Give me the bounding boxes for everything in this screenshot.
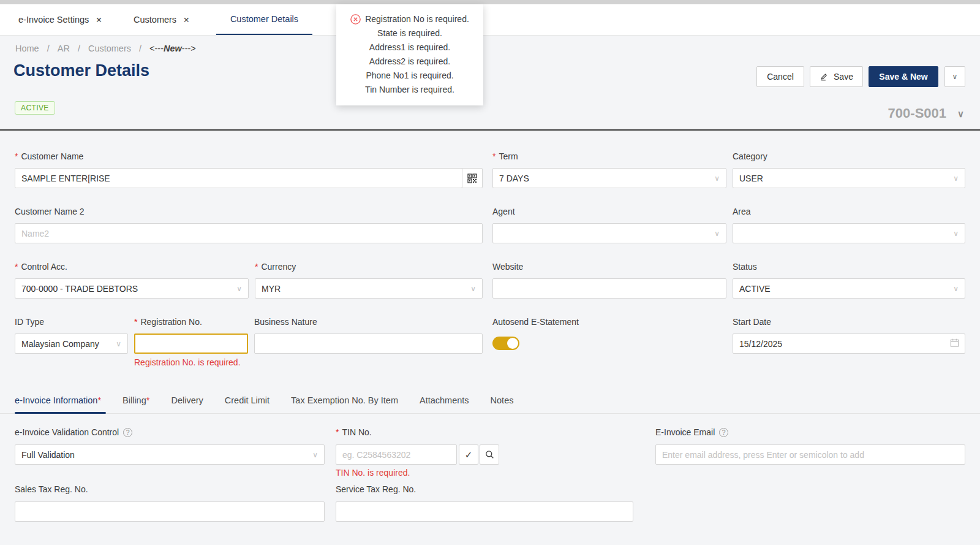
close-icon[interactable]: ✕ <box>96 15 102 25</box>
einvoice-validation-control-select[interactable]: Full Validation ∨ <box>15 444 325 465</box>
service-tax-reg-no-field <box>336 501 633 522</box>
status-badge: ACTIVE <box>15 101 55 115</box>
tin-search-button[interactable] <box>480 444 499 465</box>
start-date-input[interactable] <box>733 334 965 353</box>
sales-tax-reg-no-input[interactable] <box>15 502 324 521</box>
more-actions-button[interactable]: ∨ <box>944 66 965 87</box>
chevron-down-icon[interactable]: ∨ <box>957 109 964 118</box>
active-tab-underline <box>15 412 106 414</box>
breadcrumb-separator: / <box>78 44 80 53</box>
customer-name2-input[interactable] <box>15 224 482 243</box>
customer-name-input[interactable] <box>15 169 462 188</box>
control-acc-label: * Control Acc. <box>15 262 67 272</box>
category-label: Category <box>733 151 767 161</box>
website-label: Website <box>492 262 523 272</box>
window-tab-customer-details[interactable]: Customer Details <box>216 4 312 35</box>
currency-select[interactable]: MYR ∨ <box>255 278 483 299</box>
tab-billing[interactable]: Billing* <box>123 395 149 405</box>
tab-tax-exemption-no-by-item[interactable]: Tax Exemption No. By Item <box>291 395 398 405</box>
breadcrumb-ar[interactable]: AR <box>58 44 70 53</box>
service-tax-reg-no-input[interactable] <box>336 502 633 521</box>
cancel-button[interactable]: Cancel <box>756 66 804 87</box>
customer-name2-label: Customer Name 2 <box>15 207 85 216</box>
currency-value: MYR <box>262 284 281 294</box>
close-icon[interactable]: ✕ <box>183 15 189 25</box>
tab-delivery[interactable]: Delivery <box>171 395 203 405</box>
tin-no-field <box>336 444 457 465</box>
category-value: USER <box>739 173 763 183</box>
tab-credit-limit[interactable]: Credit Limit <box>225 395 270 405</box>
registration-no-error: Registration No. is required. <box>134 357 241 367</box>
save-and-new-button-label: Save & New <box>879 72 927 82</box>
save-and-new-button[interactable]: Save & New <box>869 66 938 87</box>
registration-no-label: * Registration No. <box>134 317 202 327</box>
window-top-strip <box>0 0 980 4</box>
breadcrumb-home[interactable]: Home <box>15 44 39 53</box>
breadcrumb-separator: / <box>139 44 141 53</box>
chevron-down-icon: ∨ <box>953 230 959 237</box>
business-nature-label: Business Nature <box>254 317 317 327</box>
status-value: ACTIVE <box>739 284 771 294</box>
qr-scan-button[interactable] <box>462 168 483 188</box>
autosend-estatement-label: Autosend E-Statement <box>492 317 579 327</box>
page-title: Customer Details <box>13 61 149 80</box>
registration-no-input[interactable] <box>135 335 247 353</box>
breadcrumb: Home / AR / Customers / <---New---> <box>15 44 196 53</box>
breadcrumb-separator: / <box>47 44 50 53</box>
tin-no-error: TIN No. is required. <box>336 468 410 478</box>
section-tab-bar: e-Invoice Information* Billing* Delivery… <box>15 395 513 405</box>
toast-message: Address2 is required. <box>341 55 478 69</box>
validation-error-toast: Registration No is required. State is re… <box>336 4 483 105</box>
einvoice-validation-control-label: e-Invoice Validation Control ? <box>15 427 132 437</box>
registration-no-field <box>134 333 248 354</box>
breadcrumb-customers[interactable]: Customers <box>88 44 131 53</box>
term-select[interactable]: 7 DAYS ∨ <box>492 168 726 188</box>
record-code-value: 700-S001 <box>888 105 946 121</box>
chevron-down-icon: ∨ <box>952 73 958 80</box>
save-button-label: Save <box>834 72 853 82</box>
calendar-icon[interactable] <box>950 338 959 349</box>
autosend-estatement-toggle[interactable] <box>492 337 519 350</box>
category-select[interactable]: USER ∨ <box>733 168 965 188</box>
tin-no-input[interactable] <box>336 445 456 464</box>
chevron-down-icon: ∨ <box>714 230 720 237</box>
header-divider <box>0 129 980 131</box>
sales-tax-reg-no-label: Sales Tax Reg. No. <box>15 484 88 494</box>
status-label: Status <box>733 262 757 272</box>
toast-message: Tin Number is required. <box>341 83 478 97</box>
help-icon[interactable]: ? <box>123 428 132 437</box>
website-input[interactable] <box>493 279 726 298</box>
start-date-label: Start Date <box>733 317 771 327</box>
tab-attachments[interactable]: Attachments <box>420 395 469 405</box>
agent-label: Agent <box>492 207 515 216</box>
tin-no-label: * TIN No. <box>336 427 372 437</box>
start-date-field <box>733 333 965 354</box>
toast-message: State is required. <box>341 26 478 40</box>
area-select[interactable]: ∨ <box>733 223 965 243</box>
area-label: Area <box>733 207 751 216</box>
service-tax-reg-no-label: Service Tax Reg. No. <box>336 484 416 494</box>
chevron-down-icon: ∨ <box>236 285 242 292</box>
error-circle-icon <box>350 14 361 25</box>
tab-einvoice-information[interactable]: e-Invoice Information* <box>15 395 101 405</box>
breadcrumb-current: <---New---> <box>149 44 196 53</box>
einvoice-email-input[interactable] <box>656 445 965 464</box>
window-tab-label: e-Invoice Settings <box>18 15 89 25</box>
business-nature-input[interactable] <box>255 334 482 353</box>
save-button[interactable]: Save <box>810 66 863 87</box>
control-acc-value: 700-0000 - TRADE DEBTORS <box>21 284 138 294</box>
pencil-icon <box>820 72 829 82</box>
status-select[interactable]: ACTIVE ∨ <box>733 278 965 299</box>
agent-select[interactable]: ∨ <box>492 223 726 243</box>
einvoice-email-label: E-Invoice Email ? <box>655 427 728 437</box>
id-type-select[interactable]: Malaysian Company ∨ <box>15 333 128 354</box>
tin-validate-button[interactable]: ✓ <box>459 444 478 465</box>
einvoice-email-field <box>655 444 965 465</box>
window-tab-bar: e-Invoice Settings ✕ Customers ✕ Custome… <box>0 4 980 36</box>
help-icon[interactable]: ? <box>719 428 728 437</box>
window-tab-einvoice-settings[interactable]: e-Invoice Settings ✕ <box>18 4 102 35</box>
window-tab-label: Customer Details <box>230 14 298 24</box>
window-tab-customers[interactable]: Customers ✕ <box>134 4 190 35</box>
control-acc-select[interactable]: 700-0000 - TRADE DEBTORS ∨ <box>15 278 249 299</box>
tab-notes[interactable]: Notes <box>491 395 514 405</box>
